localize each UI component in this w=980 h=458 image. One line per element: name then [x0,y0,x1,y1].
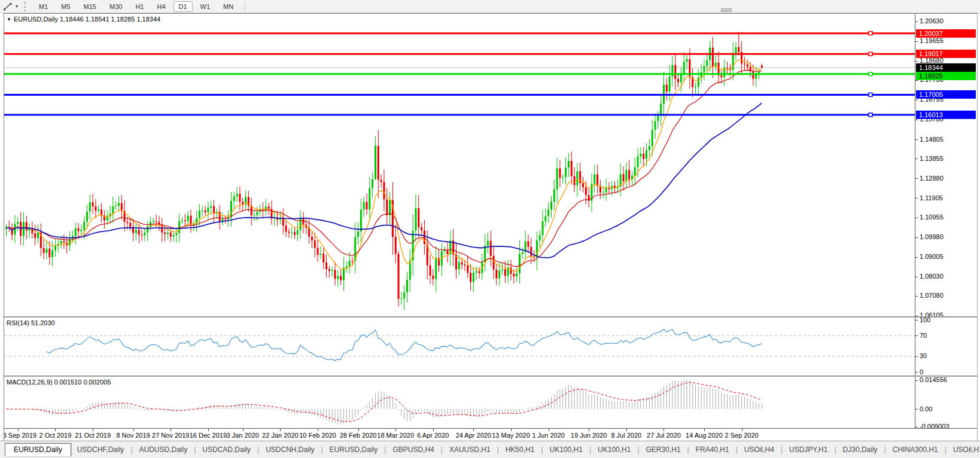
timeframe-button-M5[interactable]: M5 [56,1,75,12]
chart-scrollbar-thumb[interactable] [721,8,732,12]
rsi-axis-label: 100 [920,316,930,324]
date-label: 8 Nov 2019 [116,432,150,439]
price-line-badge: 1.20037 [916,29,976,38]
rsi-canvas[interactable] [4,317,916,375]
chart-tab-USOil-H1[interactable]: USOil,H1 [947,444,980,456]
time-axis[interactable]: 13 Sep 20192 Oct 201921 Oct 20198 Nov 20… [4,428,977,441]
date-label: 21 Oct 2019 [75,432,111,439]
price-tick [915,100,918,100]
price-chart-canvas[interactable] [4,14,916,316]
timeframe-button-H1[interactable]: H1 [130,1,149,12]
chart-tab-XAUUSD-H1[interactable]: XAUUSD,H1 [443,444,497,456]
chart-tab-USDJPY-H1[interactable]: USDJPY,H1 [783,444,833,456]
chart-tab-GER30-H1[interactable]: GER30,H1 [640,444,687,456]
price-tick [915,257,918,258]
price-axis-label: 1.09005 [920,253,944,261]
timeframe-button-W1[interactable]: W1 [195,1,216,12]
date-tick [171,429,171,431]
date-tick [358,429,359,431]
macd-canvas[interactable] [4,377,916,428]
date-label: 22 Jan 2020 [262,432,299,439]
price-tick [915,22,918,22]
timeframe-button-M30[interactable]: M30 [104,1,127,12]
price-axis-label: 1.08030 [920,273,944,280]
date-label: 8 Jul 2020 [611,432,641,439]
line-studies-icon[interactable] [0,1,16,12]
date-tick [626,429,627,431]
price-tick [915,296,918,297]
date-tick [704,429,705,431]
chart-tab-UK100-H1[interactable]: UK100,H1 [592,444,637,456]
chart-tab-EURUSD-Daily[interactable]: EURUSD,Daily [5,443,71,456]
toolbar-grip[interactable] [24,2,26,11]
chart-tab-DJ30-Daily[interactable]: DJ30,Daily [837,444,884,456]
rsi-tick [915,320,918,320]
chart-tab-HK50-H1[interactable]: HK50,H1 [500,444,541,456]
chart-tab-USDCHF-Daily[interactable]: USDCHF,Daily [71,444,130,456]
rsi-tick [915,335,918,336]
current-price-badge: 1.18344 [916,63,976,72]
rsi-axis-label: 30 [920,352,927,360]
rsi-axis[interactable]: 10070300 [915,317,977,375]
price-tick [915,198,918,199]
date-label: 13 Sep 2019 [4,432,36,439]
date-tick [549,429,549,431]
symbol-dropdown-icon[interactable]: ▼ [7,17,11,22]
price-axis-label: 1.19655 [920,37,944,45]
macd-label: MACD(12,26,9) 0.001510 0.002005 [7,378,111,386]
price-line-badge: 1.17005 [916,90,976,99]
rsi-label: RSI(14) 51.2030 [7,319,55,326]
macd-axis-label: 0.014556 [920,376,947,384]
chart-tab-CHINA300-H1[interactable]: CHINA300,H1 [887,444,944,456]
chart-tab-EURUSD-Daily[interactable]: EURUSD,Daily [324,444,384,456]
chart-title: ▼EURUSD,Daily 1.18446 1.18541 1.18285 1.… [7,16,160,23]
toolbar-separator [245,2,245,11]
date-label: 2 Oct 2019 [39,432,72,439]
chart-tab-USDCAD-Daily[interactable]: USDCAD,Daily [196,444,257,456]
macd-axis[interactable]: 0.0145560.00-0.009003 [915,377,977,428]
date-tick [133,429,134,431]
macd-axis-label: 0.00 [920,405,932,413]
date-label: 27 Jul 2020 [647,432,681,439]
chart-tab-USDCNH-Daily[interactable]: USDCNH,Daily [260,444,320,456]
rsi-axis-label: 70 [920,332,927,340]
chart-tab-FRA40-H1[interactable]: FRA40,H1 [690,444,735,456]
chart-tab-GBPUSD-H4[interactable]: GBPUSD,H4 [386,444,440,456]
price-axis-label: 1.13855 [920,155,944,163]
price-tick [915,218,918,218]
price-axis-label: 1.14805 [920,136,944,143]
timeframe-buttons: M1M5M15M30H1H4D1W1MN [32,3,240,10]
date-label: 1 Jun 2020 [532,432,564,439]
price-panel: ▼EURUSD,Daily 1.18446 1.18541 1.18285 1.… [4,14,977,316]
timeframe-button-MN[interactable]: MN [218,1,239,12]
timeframe-button-H4[interactable]: H4 [151,1,171,12]
chart-tab-AUDUSD-Daily[interactable]: AUDUSD,Daily [133,444,194,456]
timeframe-button-D1[interactable]: D1 [174,1,193,12]
date-tick [243,429,244,431]
chart-tab-bar: EURUSD,DailyUSDCHF,Daily|AUDUSD,Daily|US… [0,441,980,458]
chart-tab-USOil-H4[interactable]: USOil,H4 [738,444,780,456]
price-line-badge: 1.16013 [916,111,976,119]
price-line-badge: 1.18025 [916,72,976,80]
price-axis-label: 1.07080 [920,292,944,300]
price-tick [915,61,918,62]
price-tick [915,120,918,120]
price-axis-label: 1.12880 [920,175,944,182]
dropdown-caret-icon[interactable]: ▾ [16,4,18,9]
date-tick [93,429,93,431]
timeframe-button-M1[interactable]: M1 [34,1,53,12]
timeframe-button-M15[interactable]: M15 [78,1,102,12]
date-tick [18,429,19,431]
date-label: 16 Dec 2019 [190,432,227,439]
date-tick [742,429,742,431]
price-axis[interactable]: 1.206301.196551.186801.177301.167551.157… [915,14,977,316]
date-label: 24 Apr 2020 [456,432,491,439]
macd-axis-label: -0.009003 [920,423,949,428]
chart-tab-UK100-H1[interactable]: UK100,H1 [544,444,589,456]
date-label: 13 May 2020 [492,432,530,439]
date-tick [511,429,512,431]
rsi-tick [915,372,918,372]
price-tick [915,178,918,179]
date-label: 27 Nov 2019 [152,432,189,439]
price-axis-label: 1.10955 [920,213,944,221]
